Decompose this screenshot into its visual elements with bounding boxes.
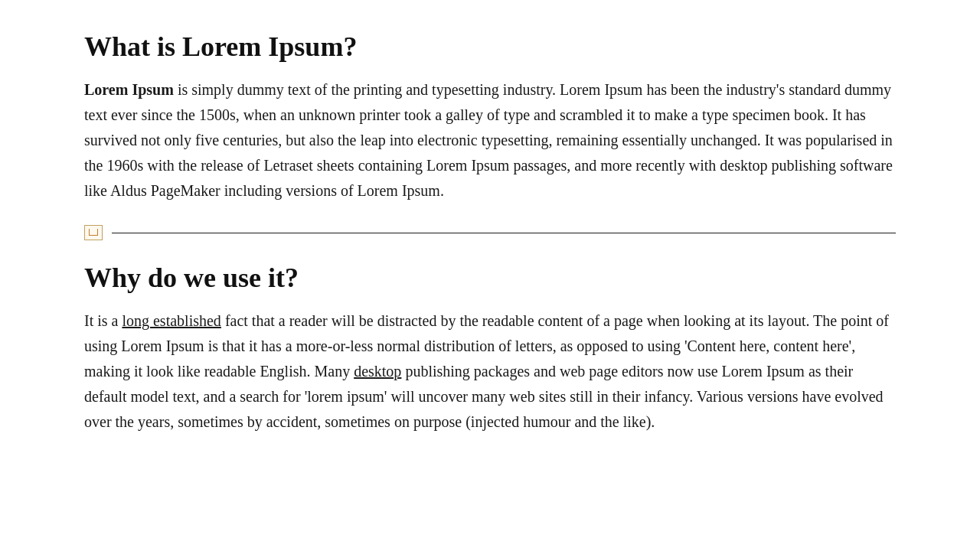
section1-paragraph-rest: is simply dummy text of the printing and… — [84, 81, 893, 199]
page-container: What is Lorem Ipsum? Lorem Ipsum is simp… — [54, 0, 926, 473]
section-why-use: Why do we use it? It is a long establish… — [84, 262, 896, 435]
section2-heading: Why do we use it? — [84, 262, 896, 295]
section-lorem-ipsum: What is Lorem Ipsum? Lorem Ipsum is simp… — [84, 31, 896, 204]
section1-paragraph: Lorem Ipsum is simply dummy text of the … — [84, 77, 896, 204]
collapse-icon[interactable] — [84, 225, 103, 240]
section2-paragraph: It is a long established fact that a rea… — [84, 308, 896, 435]
lorem-ipsum-term: Lorem Ipsum — [84, 81, 174, 98]
desktop-link[interactable]: desktop — [354, 363, 401, 380]
long-established-link[interactable]: long established — [122, 312, 220, 329]
section2-intro: It is a — [84, 312, 122, 329]
section-divider — [84, 225, 896, 240]
divider-line — [112, 233, 896, 233]
section1-heading: What is Lorem Ipsum? — [84, 31, 896, 64]
